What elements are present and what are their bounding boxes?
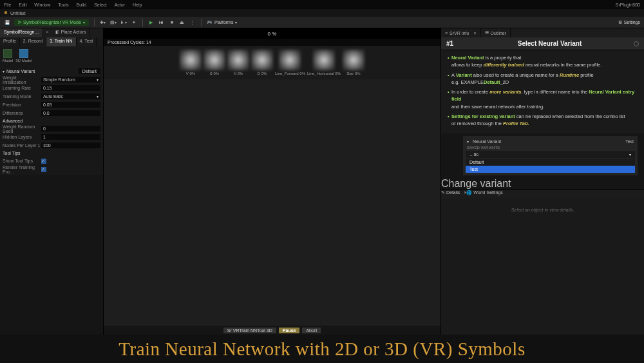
symbol-line-fwd [279,50,301,70]
lbl-weight-init: Weight Initialization [3,75,41,84]
add-icon[interactable]: ✚▾ [100,19,106,26]
lbl-hidden-layers: Hidden Layers [3,135,41,139]
menu-tools[interactable]: Tools [58,3,68,7]
abort-button[interactable]: Abort [302,328,321,333]
pause-button[interactable]: Pause [279,328,300,333]
info-icon: ≡ [445,31,448,35]
gear-icon: ⚙ [618,20,622,25]
outliner-icon: ☰ [485,30,489,35]
menu-actor[interactable]: Actor [115,3,125,7]
menu-file[interactable]: File [4,3,11,7]
variant-header-value[interactable]: Test [625,139,634,144]
stop-icon[interactable]: ■ [169,19,175,26]
left-panel: SymbolRecogn… × ◧ Place Actors Profile 2… [0,28,103,335]
val-difference[interactable]: 0.0 [41,110,100,116]
pencil-icon: ✎ [441,190,445,195]
tool-tab[interactable]: Sr VRTrain NNTool 3D [223,328,276,333]
symbol-v [180,50,202,70]
val-weight-init[interactable]: Simple Random▾ [41,77,100,83]
lbl-precision: Precision [3,103,41,107]
globe-icon: 🌐 [466,190,472,195]
progress-bar: 0 % [104,28,440,39]
val-hidden-layers[interactable]: 1 [41,134,100,140]
close-icon[interactable]: × [43,28,51,37]
tab-place-actors[interactable]: ◧ Place Actors [52,28,91,37]
cube-icon: ◧ [55,30,60,34]
val-precision[interactable]: 0.05 [41,102,100,108]
tab-world-settings[interactable]: 🌐 World Settings [466,190,502,199]
mode-dropdown[interactable]: ᐅ SymbolRecognizer VR Mode ▾ [14,19,89,26]
symbol-row: V 0% S 0% N 0% D 0% Line_Forward 0% Line… [104,46,440,79]
symbol-line-hz [313,50,335,70]
chevron-down-icon: ▾ [83,20,85,25]
nav-dot-icon[interactable] [634,41,639,46]
right-panel: ≡ SrVR Info × ☰ Outliner #1 Select Neura… [441,28,644,335]
menu-window[interactable]: Window [34,3,50,7]
main-toolbar: 💾 ᐅ SymbolRecognizer VR Mode ▾ ✚▾ ▤▾ ⏵▾ … [0,17,644,28]
expand-icon: ▾ [3,69,5,74]
step-train[interactable]: 3. Train NN [46,37,76,46]
tab-symbol-recognizer[interactable]: SymbolRecogn… [0,28,43,37]
menu-help[interactable]: Help [133,3,142,7]
variant-opt-test[interactable]: Test [466,166,635,173]
step-test[interactable]: 4. Test [77,37,97,46]
lbl-render-training: Render Training Pro… [3,165,41,174]
viewport[interactable] [104,79,440,326]
tooltip-change-variant: Change variant [441,178,644,190]
platforms-icon: 🎮 [207,20,213,25]
plugin-label: SrPlugin500 [616,3,640,7]
tab-outliner[interactable]: ☰ Outliner [481,28,511,37]
variant-dropdown[interactable]: …tic▾ [466,151,635,158]
details-body: Select an object to view details. [441,199,644,335]
vr-icon: ᐅ [18,20,21,25]
model-2d[interactable]: Model [3,49,13,63]
variant-opt-default[interactable]: Default [466,159,635,166]
sequence-icon[interactable]: ⏵▾ [120,19,127,26]
variant-header-label: Neural Variant [473,139,501,144]
info-body: Neural Variant is a property that allows… [441,50,644,133]
chk-render-training[interactable]: ✓ [41,167,46,172]
symbol-n [227,50,249,70]
close-icon[interactable]: × [473,31,476,35]
banner-caption: Train Neural Network with 2D or 3D (VR) … [0,335,644,363]
play-icon[interactable]: ▶ [148,19,155,26]
blueprint-icon[interactable]: ▤▾ [110,19,117,26]
menu-edit[interactable]: Edit [19,3,26,7]
tooltips-header[interactable]: Tool Tips [3,150,100,157]
val-nodes[interactable]: 300 [41,142,100,148]
step-profile[interactable]: Profile [0,37,20,46]
settings-button[interactable]: ⚙ Settings [618,20,640,25]
val-learning-rate[interactable]: 0.15 [41,85,100,91]
advanced-header[interactable]: Advanced [3,117,100,124]
val-training-mode[interactable]: Automatic▾ [41,93,100,99]
lbl-nodes: Nodes Per Layer 1 [3,143,41,148]
neural-variant-value[interactable]: Default [79,68,100,74]
lbl-training-mode: Training Mode [3,94,41,99]
symbol-d [251,50,273,70]
menubar: File Edit Window Tools Build Select Acto… [0,0,644,9]
info-header: #1 Select Neural Variant [441,37,644,50]
symbol-star [343,50,365,70]
val-seed[interactable]: 0 [41,126,100,132]
dirty-icon: ✱ [4,10,8,15]
step-record[interactable]: 2. Record [20,37,46,46]
neural-variant-header[interactable]: ▾ Neural Variant Default [3,67,100,75]
tool-icon[interactable]: ✦ [131,19,137,26]
save-icon[interactable]: 💾 [4,19,10,26]
variant-box: ▾Neural Variant Test SAVED VARIANTS …tic… [463,136,638,175]
model-3d[interactable]: 3D Model [15,49,32,63]
more-icon[interactable]: ⋮ [189,19,196,26]
menu-select[interactable]: Select [94,3,106,7]
chk-show-tooltips[interactable]: ✓ [41,159,46,164]
platforms-dropdown[interactable]: 🎮 Platforms▾ [207,20,238,25]
menu-build[interactable]: Build [77,3,87,7]
tab-srvr-info[interactable]: ≡ SrVR Info × [441,28,481,37]
eject-icon[interactable]: ⏏ [179,19,185,26]
skip-icon[interactable]: ⏭ [158,19,165,26]
lbl-difference: Difference [3,111,41,115]
doc-title: Untitled [10,11,26,15]
tab-details[interactable]: ✎ Details × [441,190,466,199]
lbl-show-tooltips: Show Tool Tips [3,159,41,163]
titlebar: ✱ Untitled [0,9,644,17]
saved-variants-label: SAVED VARIANTS [466,144,635,151]
